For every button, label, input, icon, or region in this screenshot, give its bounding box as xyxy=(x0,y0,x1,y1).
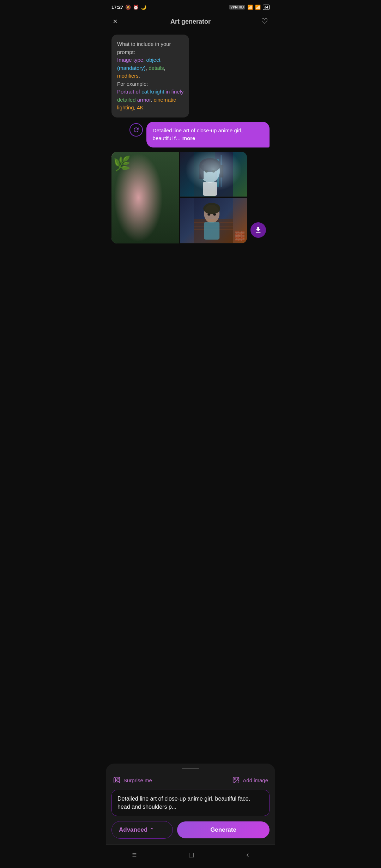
chevron-up-icon: ⌃ xyxy=(150,827,154,833)
add-image-label: Add image xyxy=(243,777,268,783)
nav-bar: ≡ □ ‹ xyxy=(106,844,275,868)
svg-rect-24 xyxy=(199,165,204,179)
advanced-label: Advanced xyxy=(119,826,147,833)
svg-point-40 xyxy=(115,778,116,779)
svg-point-10 xyxy=(144,189,148,192)
anime-image-br xyxy=(180,198,247,243)
svg-point-4 xyxy=(128,177,156,211)
example-cat-knight: cat knight xyxy=(141,89,164,95)
download-button[interactable] xyxy=(250,222,266,238)
svg-rect-36 xyxy=(204,222,219,240)
header: × Art generator ♡ xyxy=(106,13,275,32)
svg-point-17 xyxy=(154,219,167,231)
svg-point-22 xyxy=(200,159,220,183)
battery: 34 xyxy=(263,5,270,10)
surprise-me-button[interactable]: Surprise me xyxy=(111,775,153,785)
modifiers-label: modifiers xyxy=(117,73,139,79)
svg-point-2 xyxy=(124,156,136,171)
image-type-label: Image type xyxy=(117,57,143,63)
anime-svg-br xyxy=(180,198,247,243)
example-in-finely: in finely xyxy=(164,89,183,95)
svg-rect-16 xyxy=(150,205,153,223)
details-label: details xyxy=(149,65,164,71)
svg-point-11 xyxy=(137,189,139,191)
svg-point-23 xyxy=(199,158,220,172)
anime-image-tr xyxy=(180,152,247,197)
signal-icon: 📶 xyxy=(247,5,253,10)
instruction-line1: What to include in yourprompt: xyxy=(117,41,171,55)
add-image-button[interactable]: Add image xyxy=(231,775,270,785)
close-button[interactable]: × xyxy=(111,16,119,28)
svg-point-13 xyxy=(141,193,143,194)
back-icon: ‹ xyxy=(246,850,249,859)
svg-rect-20 xyxy=(217,159,219,187)
generate-button[interactable]: Generate xyxy=(177,821,270,838)
svg-point-43 xyxy=(118,781,119,782)
example-portrait: Portrait of xyxy=(117,89,141,95)
refresh-icon xyxy=(133,126,140,133)
home-nav-button[interactable]: □ xyxy=(182,849,201,861)
svg-point-3 xyxy=(111,175,120,189)
image-cell-main[interactable] xyxy=(111,152,179,243)
svg-point-42 xyxy=(115,781,116,782)
svg-point-44 xyxy=(116,780,117,780)
action-row: Surprise me Add image xyxy=(111,775,270,785)
svg-point-37 xyxy=(207,213,210,216)
image-grid xyxy=(111,152,247,243)
svg-point-41 xyxy=(118,778,119,779)
image-grid-row xyxy=(111,152,270,243)
status-right: VPN HD 📶 📶 34 xyxy=(229,5,270,10)
home-icon: □ xyxy=(189,850,194,859)
favorite-button[interactable]: ♡ xyxy=(260,16,270,28)
svg-point-12 xyxy=(145,189,147,191)
svg-point-26 xyxy=(205,170,208,173)
svg-point-8 xyxy=(147,177,154,199)
refresh-button[interactable] xyxy=(129,123,143,137)
svg-rect-15 xyxy=(138,205,140,223)
user-bubble: Detailed line art of close-up anime girl… xyxy=(146,122,270,147)
wifi-icon: 📶 xyxy=(255,5,261,10)
alarm-icon: ⏰ xyxy=(133,5,139,10)
instruction-bubble: What to include in yourprompt: Image typ… xyxy=(111,35,189,117)
add-image-icon xyxy=(232,776,240,784)
image-cell-tr[interactable] xyxy=(180,152,247,197)
generate-label: Generate xyxy=(210,826,236,833)
bottom-panel: Surprise me Add image Detailed line art … xyxy=(106,764,275,844)
time: 17:27 xyxy=(111,5,123,10)
status-left: 17:27 🔕 ⏰ 🌙 xyxy=(111,5,146,10)
svg-rect-21 xyxy=(220,155,222,187)
image-cell-br[interactable] xyxy=(180,198,247,243)
svg-point-38 xyxy=(213,213,216,216)
status-bar: 17:27 🔕 ⏰ 🌙 VPN HD 📶 📶 34 xyxy=(106,0,275,13)
svg-point-1 xyxy=(113,161,128,179)
vpn-badge: VPN HD xyxy=(229,5,245,10)
dice-icon xyxy=(113,776,121,784)
svg-rect-25 xyxy=(220,165,223,177)
prompt-input-wrap[interactable]: Detailed line art of close-up anime girl… xyxy=(111,790,270,816)
svg-point-27 xyxy=(212,170,215,173)
advanced-button[interactable]: Advanced ⌃ xyxy=(111,821,173,839)
anime-svg-main xyxy=(111,152,179,243)
page-title: Art generator xyxy=(170,18,211,25)
anime-svg-tr xyxy=(180,152,247,197)
anime-image-main xyxy=(111,152,179,243)
svg-rect-18 xyxy=(194,152,233,197)
svg-point-6 xyxy=(129,175,155,192)
menu-nav-button[interactable]: ≡ xyxy=(125,849,144,861)
extra-icon: 🌙 xyxy=(141,5,146,10)
mute-icon: 🔕 xyxy=(125,5,131,10)
user-message-row: Detailed line art of close-up anime girl… xyxy=(111,122,270,147)
back-nav-button[interactable]: ‹ xyxy=(239,849,256,861)
svg-point-7 xyxy=(129,176,138,200)
drag-handle[interactable] xyxy=(182,768,199,769)
prompt-input-text[interactable]: Detailed line art of close-up anime girl… xyxy=(117,795,264,811)
svg-rect-0 xyxy=(111,158,179,237)
svg-rect-19 xyxy=(215,152,233,197)
svg-rect-28 xyxy=(203,182,217,196)
svg-rect-14 xyxy=(133,205,151,229)
bottom-actions: Advanced ⌃ Generate xyxy=(111,821,270,839)
for-example: For example: xyxy=(117,81,148,87)
download-icon xyxy=(254,226,262,234)
more-link[interactable]: more xyxy=(182,135,195,141)
svg-point-35 xyxy=(203,203,220,214)
